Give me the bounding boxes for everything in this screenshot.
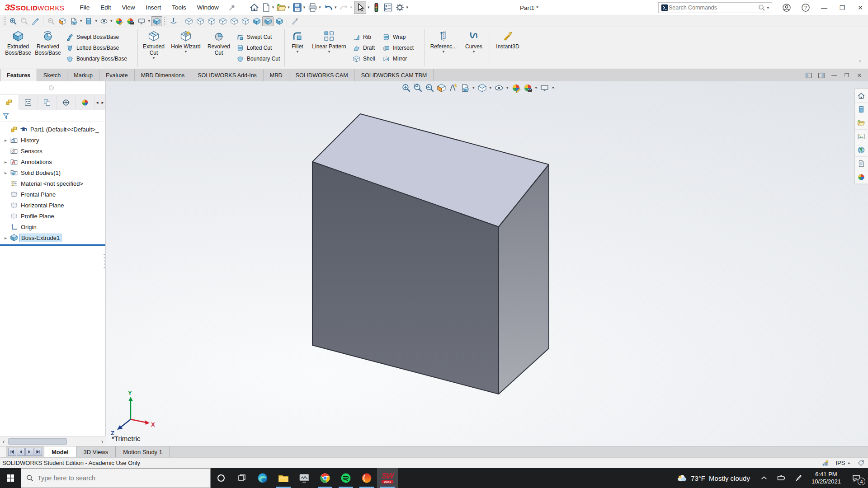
rebuild-button[interactable] [371,1,382,14]
chrome-button[interactable] [315,468,335,488]
appearances-scenes-tab[interactable] [855,143,868,157]
fillet-button[interactable]: Fillet ▾ [287,28,308,68]
extruded-boss-base-button[interactable]: Extruded Boss/Base [4,28,33,68]
reference-geometry-button[interactable]: Referenc... ▾ [426,28,461,68]
previous-tab-button[interactable] [17,448,25,456]
save-button[interactable]: ▾ [292,1,307,14]
previous-view-icon[interactable] [425,83,435,93]
dropdown-caret-icon[interactable]: ▾ [147,19,151,23]
document-minimize-icon[interactable]: — [830,71,838,80]
restore-button[interactable]: ❐ [835,0,850,15]
right-view-icon[interactable] [217,16,228,26]
revolved-cut-button[interactable]: Revolved Cut [204,28,234,68]
forum-tab[interactable] [855,170,868,184]
panel-splitter-grip[interactable] [103,253,106,268]
extruded-cut-button[interactable]: Extruded Cut ▾ [140,28,168,68]
document-restore-icon[interactable]: ❐ [843,71,851,80]
section-view-icon[interactable] [436,83,447,93]
tab-features[interactable]: Features [0,69,37,81]
first-tab-button[interactable] [8,448,16,456]
dropdown-caret-icon[interactable]: ▾ [302,5,307,9]
menu-edit[interactable]: Edit [96,2,115,13]
tree-item-sensors[interactable]: Sensors [0,145,105,156]
document-close-icon[interactable]: ✕ [855,71,863,80]
display-style-icon[interactable] [494,83,504,93]
scroll-right-icon[interactable]: › [99,436,106,446]
tab-markup[interactable]: Markup [67,69,99,81]
close-button[interactable]: ✕ [853,0,868,15]
tree-item-origin[interactable]: Origin [0,221,105,232]
tab-motion-study-1[interactable]: Motion Study 1 [116,446,170,457]
revolved-boss-base-button[interactable]: Revolved Boss/Base [33,28,63,68]
tree-item-solid-bodies[interactable]: ▸ Solid Bodies(1) [0,167,105,178]
tab-solidworks-add-ins[interactable]: SOLIDWORKS Add-Ins [191,69,264,81]
view-palette-tab[interactable] [855,130,868,143]
draft-button[interactable]: Draft [353,43,377,53]
tab-solidworks-cam-tbm[interactable]: SOLIDWORKS CAM TBM [355,69,434,81]
model-3d-box[interactable]: Y X Z [106,81,868,446]
boundary-boss-base-button[interactable]: Boundary Boss/Base [66,54,133,64]
dropdown-caret-icon[interactable]: ▾ [472,50,476,54]
trimetric-view-icon[interactable] [262,16,274,26]
command-search[interactable]: ▾ [658,2,772,13]
weather-widget[interactable]: 73°F Mostly cloudy [672,473,755,483]
tab-model[interactable]: Model [44,446,76,457]
swept-cut-button[interactable]: Swept Cut [236,32,280,42]
search-icon[interactable] [758,4,766,12]
scroll-left-icon[interactable]: ‹ [0,436,7,446]
edit-appearance-icon[interactable] [511,83,521,93]
mirror-button[interactable]: Mirror [382,54,420,64]
home-button[interactable] [249,1,260,14]
intersect-button[interactable]: Intersect [382,43,420,53]
dropdown-caret-icon[interactable]: ▾ [405,5,409,9]
scrollbar-thumb[interactable] [8,438,67,445]
configuration-manager-tab[interactable] [38,95,57,110]
expand-arrow-icon[interactable]: ▸ [3,170,9,175]
dropdown-caret-icon[interactable]: ▾ [109,19,113,23]
battery-indicator[interactable] [774,468,789,488]
left-view-icon[interactable] [206,16,217,26]
search-commands-input[interactable] [669,5,758,11]
unit-system-selector[interactable]: IPS ▴ [836,460,851,466]
front-view-icon[interactable] [183,16,194,26]
rib-button[interactable]: Rib [353,32,377,42]
section-view-icon[interactable] [57,16,68,26]
tree-item-horizontal-plane[interactable]: Horizontal Plane [0,200,105,211]
edit-appearance-icon[interactable] [113,16,125,26]
dropdown-caret-icon[interactable]: ▾ [505,86,509,90]
swept-boss-base-button[interactable]: Swept Boss/Base [66,32,133,42]
magnified-selection-icon[interactable] [30,16,41,26]
cortana-button[interactable] [211,468,231,488]
property-manager-tab[interactable] [19,95,38,110]
back-view-icon[interactable] [194,16,206,26]
performance-monitor-icon[interactable] [821,459,830,467]
graphics-viewport[interactable]: Y X Z ▾ ▾ ▾ ▾ [106,81,868,446]
tray-expand-button[interactable] [756,468,772,488]
action-center-button[interactable]: 4 [846,468,866,488]
hole-wizard-button[interactable]: Hole Wizard ▾ [168,28,204,68]
dimetric-view-icon[interactable] [274,16,285,26]
dropdown-caret-icon[interactable]: ▾ [287,5,291,9]
dropdown-caret-icon[interactable]: ▾ [296,50,300,54]
3d-drawing-view-icon[interactable] [460,83,470,93]
view-settings-icon[interactable] [539,83,550,93]
custom-properties-tab[interactable] [855,157,868,170]
design-library-tab[interactable] [855,103,868,116]
open-document-button[interactable]: ▾ [276,1,291,14]
hide-show-items-icon[interactable] [98,16,109,26]
menu-view[interactable]: View [117,2,139,13]
taskbar-search-input[interactable] [38,474,206,482]
panel-tabs-scroll-right[interactable]: ▸ [100,95,105,110]
taskbar-search[interactable] [21,468,211,488]
menu-insert[interactable]: Insert [141,2,165,13]
edge-button[interactable] [252,468,273,488]
dropdown-caret-icon[interactable]: ▾ [551,86,555,90]
dropdown-caret-icon[interactable]: ▾ [472,86,476,90]
tab-mbd-dimensions[interactable]: MBD Dimensions [135,69,192,81]
dropdown-caret-icon[interactable]: ▾ [442,50,446,54]
stylus-sketch-icon[interactable] [289,16,300,26]
menu-tools[interactable]: Tools [167,2,191,13]
help-button[interactable]: ? [799,2,812,14]
panel-tabs-scroll-left[interactable]: ◂ [94,95,100,110]
system-monitor-app-button[interactable] [294,468,315,488]
